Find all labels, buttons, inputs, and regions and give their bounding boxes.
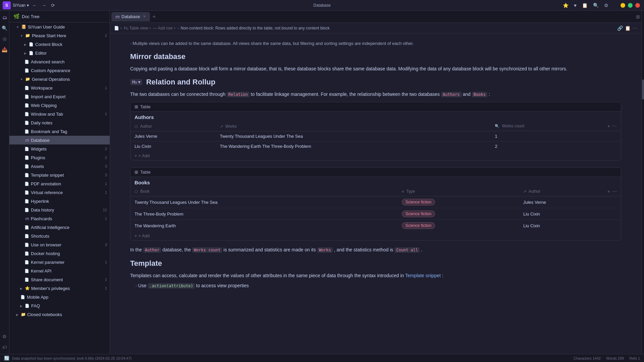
author-cell[interactable]: Jules Verne [519, 196, 621, 208]
sidebar-item-editor[interactable]: 📄 Editor [9, 49, 110, 57]
search-icon[interactable]: 🔍 [592, 2, 600, 9]
bc-link-icon[interactable]: 🔗 [617, 25, 623, 31]
author-cell[interactable]: Liu Cixin [519, 208, 621, 220]
sidebar-item-faq[interactable]: 📄 FAQ [9, 301, 110, 310]
sidebar-item-workspace[interactable]: 📄 Workspace 1 [9, 83, 110, 92]
template-snippet-link[interactable]: Template snippet [405, 273, 441, 278]
col-menu-icon[interactable]: ⋯ [612, 123, 617, 129]
sidebar-item-label: Database [31, 138, 107, 143]
type-cell[interactable]: Science fiction [398, 220, 519, 232]
col-menu-icon[interactable]: ⋯ [612, 189, 617, 194]
type-cell[interactable]: Science fiction [398, 196, 519, 208]
rail-inbox-icon[interactable]: 📥 [1, 46, 9, 54]
author-cell[interactable]: Jules Verne [130, 131, 216, 141]
rail-tag-icon[interactable]: 🏷 [1, 343, 9, 351]
sidebar-count: 11 [103, 208, 107, 212]
heart-icon[interactable]: ♥ [573, 2, 578, 9]
sidebar-item-share-doc[interactable]: 📄 Share document 1 [9, 275, 110, 284]
bc-more-icon[interactable]: ⋯ [633, 25, 637, 31]
sidebar-item-hyperlink[interactable]: 📄 Hyperlink [9, 197, 110, 205]
nav-forward-button[interactable]: → [40, 2, 48, 9]
bc-table-view[interactable]: H₂ Table view [124, 26, 148, 31]
tab-database-label: Database [121, 14, 140, 19]
scroll-track[interactable] [641, 11, 644, 354]
sidebar-item-daily-notes[interactable]: 📄 Daily notes [9, 118, 110, 127]
sidebar-item-mobile-app[interactable]: 📄 Mobile App [9, 293, 110, 301]
maximize-button[interactable] [628, 3, 633, 8]
gear-icon[interactable]: ⚙ [603, 2, 610, 9]
sidebar-item-kernel-param[interactable]: 📄 Kernel parameter 1 [9, 258, 110, 266]
sidebar-item-data-history[interactable]: 📄 Data history 11 [9, 205, 110, 214]
minimize-button[interactable] [621, 3, 625, 8]
sidebar-item-assets[interactable]: 📄 Assets 3 [9, 162, 110, 171]
scroll-thumb[interactable] [642, 79, 644, 100]
bookmark-icon[interactable]: 📋 [581, 2, 589, 9]
sidebar-item-docker[interactable]: 📄 Docker hosting [9, 249, 110, 258]
books-add-row-button[interactable]: + + Add [130, 231, 621, 240]
authors-col-author[interactable]: ⬡ Author [130, 121, 216, 131]
sidebar-item-member-privileges[interactable]: ⭐ Member's privileges 1 [9, 284, 110, 293]
authors-add-row-button[interactable]: + + Add [130, 151, 621, 160]
tab-panel-icon[interactable]: ⊞ [636, 14, 640, 19]
authors-col-count[interactable]: 🔍 Works count + ⋯ [491, 121, 621, 131]
star-icon[interactable]: ⭐ [561, 2, 570, 9]
book-cell[interactable]: The Three-Body Problem [130, 208, 398, 220]
rail-settings-icon[interactable]: ⚙ [1, 333, 9, 341]
add-col-button[interactable]: + [607, 189, 610, 194]
sidebar-item-use-browser[interactable]: 📄 Use on browser 3 [9, 240, 110, 249]
sidebar-item-plugins[interactable]: 📄 Plugins 2 [9, 153, 110, 162]
book-cell[interactable]: The Wandering Earth [130, 220, 398, 232]
sidebar-item-please-start[interactable]: 📁 Please Start Here 2 [9, 31, 110, 40]
doc-icon: 📄 [24, 68, 30, 73]
books-col-type[interactable]: ≡ Type [398, 187, 519, 196]
rail-search-icon[interactable]: 🔍 [1, 24, 9, 32]
bc-doc-icon[interactable]: 📄 [114, 26, 119, 31]
tab-close-icon[interactable]: ✕ [143, 14, 146, 19]
nav-back-button[interactable]: ← [31, 2, 38, 9]
sidebar-item-web-clipping[interactable]: 📄 Web Clipping [9, 101, 110, 110]
sidebar-item-shortcuts[interactable]: 📄 Shortcuts [9, 232, 110, 240]
rail-graph-icon[interactable]: ◎ [1, 35, 9, 43]
author-cell[interactable]: Liu Cixin [130, 141, 216, 151]
sidebar-item-notebook[interactable]: 📔 SiYuan User Guide [9, 22, 110, 31]
nav-refresh-button[interactable]: ⟳ [50, 2, 56, 9]
works-cell[interactable]: Twenty Thousand Leagues Under The Sea [216, 131, 491, 141]
sidebar-item-bookmark-tag[interactable]: 📄 Bookmark and Tag [9, 127, 110, 136]
sidebar-item-general-operations[interactable]: 📁 General Operations [9, 75, 110, 83]
add-col-button[interactable]: + [607, 123, 610, 129]
authors-col-works[interactable]: ↗ Works [216, 121, 491, 131]
works-cell[interactable]: The Wandering Earth The Three-Body Probl… [216, 141, 491, 151]
book-cell[interactable]: Twenty Thousand Leagues Under The Sea [130, 196, 398, 208]
authors-table: ⬡ Author ↗ Works 🔍 Works count [130, 121, 621, 151]
sidebar-item-custom-appearance[interactable]: 📄 Custom Appearance [9, 66, 110, 75]
author-cell[interactable]: Liu Cixin [519, 220, 621, 232]
books-col-author[interactable]: ↗ Author + ⋯ [519, 187, 621, 196]
sidebar-item-advanced-search[interactable]: 📄 Advanced search [9, 57, 110, 66]
bc-add-row[interactable]: — Add row [153, 26, 173, 31]
count-cell[interactable]: 1 [491, 131, 621, 141]
sidebar-item-pdf-annotation[interactable]: 📄 PDF annotation 1 [9, 179, 110, 188]
authors-table-container: ⊞ Table Authors ⬡ Author ↗ Work [130, 102, 621, 161]
sidebar-item-flashcards[interactable]: 🗃 Flashcards 1 [9, 214, 110, 223]
sidebar-item-import-export[interactable]: 📄 Import and Export [9, 92, 110, 101]
books-col-book[interactable]: ⬡ Book [130, 187, 398, 196]
tab-add-button[interactable]: + [150, 14, 158, 20]
sidebar-item-database[interactable]: 🗃 Database [9, 136, 110, 144]
sidebar-item-content-block[interactable]: 📄 Content Block [9, 40, 110, 49]
app-logo: S [3, 1, 11, 9]
rail-files-icon[interactable]: 🗂 [1, 13, 9, 21]
type-cell[interactable]: Science fiction [398, 208, 519, 220]
sidebar-item-window-tab[interactable]: 📄 Window and Tab 1 [9, 110, 110, 118]
tab-database[interactable]: 🗃 Database ✕ [111, 12, 150, 21]
sidebar-item-widgets[interactable]: 📄 Widgets 2 [9, 144, 110, 153]
sidebar-item-ai[interactable]: 📄 Artificial Intelligence [9, 223, 110, 232]
sidebar-item-template-snippet[interactable]: 📄 Template snippet 3 [9, 171, 110, 179]
sidebar-item-label: Virtual reference [31, 190, 104, 195]
sidebar-item-kernel-api[interactable]: 📄 Kernel API [9, 266, 110, 275]
sidebar-item-label: Web Clipping [31, 103, 107, 108]
sidebar-item-closed-notebooks[interactable]: 📁 Closed notebooks [9, 310, 110, 319]
count-cell[interactable]: 2 [491, 141, 621, 151]
sidebar-item-virtual-reference[interactable]: 📄 Virtual reference 1 [9, 188, 110, 197]
close-button[interactable] [635, 3, 640, 8]
bc-copy-icon[interactable]: 📋 [625, 25, 631, 31]
